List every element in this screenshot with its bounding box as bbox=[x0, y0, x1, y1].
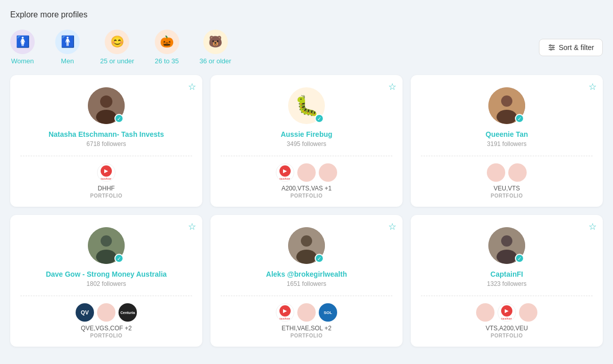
profile-followers-dave: 1802 followers bbox=[86, 280, 126, 287]
profile-followers-aussie: 3495 followers bbox=[287, 140, 326, 148]
men-label: Men bbox=[61, 57, 74, 65]
avatar-wrap-queenie: ✓ bbox=[488, 87, 525, 124]
play-circle-natasha: ▶ bbox=[101, 165, 112, 177]
profile-name-captain: CaptainFI bbox=[490, 270, 523, 278]
2635-icon: 🎃 bbox=[155, 30, 179, 54]
profile-followers-queenie: 3191 followers bbox=[487, 140, 526, 148]
36older-icon: 🐻 bbox=[203, 30, 228, 54]
tashor-text-captain: tashor bbox=[501, 317, 512, 320]
tashor-icon-aussie: ▶ tashor bbox=[276, 163, 294, 182]
tashor-text-aleks: tashor bbox=[279, 317, 290, 320]
svg-point-3 bbox=[550, 44, 551, 46]
tashor-text-aussie: tashor bbox=[279, 177, 290, 180]
star-button-natasha[interactable]: ☆ bbox=[188, 81, 196, 92]
filter-bar: 🚺 Women 🚹 Men 😊 25 or under 🎃 26 to 35 🐻… bbox=[10, 30, 603, 65]
svg-point-11 bbox=[497, 110, 517, 124]
tashor-icon-natasha: ▶ tashor bbox=[97, 163, 115, 182]
profile-card-captain: ☆ ✓ CaptainFI 1323 followers ▶ tashor VT… bbox=[411, 215, 603, 347]
sort-filter-label: Sort & filter bbox=[559, 43, 594, 52]
port-icon-queenie-2 bbox=[508, 163, 527, 182]
profile-card-aleks: ☆ ✓ Aleks @brokegirlwealth 1651 follower… bbox=[210, 215, 403, 347]
card-divider-natasha bbox=[20, 156, 192, 156]
filter-chip-25under[interactable]: 😊 25 or under bbox=[100, 30, 134, 65]
portfolio-icons-aussie: ▶ tashor bbox=[276, 163, 337, 182]
filter-chip-women[interactable]: 🚺 Women bbox=[10, 30, 35, 65]
page-title: Explore more profiles bbox=[10, 10, 603, 19]
portfolio-tickers-natasha: DHHF bbox=[98, 185, 114, 192]
star-button-dave[interactable]: ☆ bbox=[188, 221, 196, 232]
36older-label: 36 or older bbox=[200, 57, 231, 65]
profile-name-queenie: Queenie Tan bbox=[486, 130, 528, 138]
svg-point-17 bbox=[296, 250, 317, 264]
profile-card-queenie: ☆ ✓ Queenie Tan 3191 followers VEU,VTS P… bbox=[411, 75, 603, 207]
profile-followers-captain: 1323 followers bbox=[487, 280, 526, 287]
play-circle-aussie: ▶ bbox=[279, 165, 291, 177]
verified-badge-captain: ✓ bbox=[515, 254, 524, 263]
play-circle-captain: ▶ bbox=[501, 305, 512, 317]
profile-name-aussie: Aussie Firebug bbox=[280, 130, 332, 138]
port-icon-dave-qv: QV bbox=[76, 303, 94, 322]
filter-chip-36older[interactable]: 🐻 36 or older bbox=[200, 30, 231, 65]
card-divider-queenie bbox=[421, 156, 593, 156]
verified-badge-queenie: ✓ bbox=[515, 114, 524, 123]
verified-badge-dave: ✓ bbox=[114, 254, 124, 263]
card-divider-aleks bbox=[221, 296, 392, 296]
2635-label: 26 to 35 bbox=[155, 57, 179, 65]
port-icon-dave-centuria: Centuria bbox=[119, 303, 137, 322]
svg-point-10 bbox=[501, 95, 512, 107]
avatar-wrap-dave: ✓ bbox=[88, 227, 125, 264]
portfolio-icons-aleks: ▶ tashor SOL bbox=[276, 303, 337, 322]
port-icon-aleks-sol: SOL bbox=[319, 303, 337, 322]
svg-point-13 bbox=[101, 235, 112, 247]
25under-icon: 😊 bbox=[105, 30, 129, 54]
portfolio-tickers-aleks: ETHI,VAE,SOL +2 bbox=[281, 325, 332, 332]
star-button-queenie[interactable]: ☆ bbox=[588, 81, 597, 92]
tashor-text-natasha: tashor bbox=[101, 177, 111, 180]
profile-card-natasha: ☆ ✓ Natasha Etschmann- Tash Invests 6718… bbox=[10, 75, 202, 207]
portfolio-tickers-queenie: VEU,VTS bbox=[493, 185, 520, 192]
avatar-wrap-aussie: 🐛 ✓ bbox=[288, 87, 325, 124]
profile-name-dave: Dave Gow - Strong Money Australia bbox=[46, 270, 167, 278]
port-icon-queenie-1 bbox=[487, 163, 505, 182]
avatar-wrap-aleks: ✓ bbox=[288, 227, 325, 264]
profile-name-aleks: Aleks @brokegirlwealth bbox=[266, 270, 347, 278]
profile-name-natasha: Natasha Etschmann- Tash Invests bbox=[49, 130, 164, 138]
portfolio-label-captain: PORTFOLIO bbox=[491, 333, 523, 338]
portfolio-label-aussie: PORTFOLIO bbox=[291, 193, 323, 199]
card-divider-captain bbox=[421, 296, 593, 296]
svg-point-19 bbox=[501, 235, 512, 247]
tashor-icon-captain: ▶ tashor bbox=[498, 303, 516, 322]
portfolio-label-natasha: PORTFOLIO bbox=[90, 193, 123, 199]
svg-point-20 bbox=[497, 250, 517, 264]
tashor-icon-aleks: ▶ tashor bbox=[276, 303, 294, 322]
card-divider-dave bbox=[20, 296, 192, 296]
sliders-icon bbox=[548, 43, 556, 52]
svg-point-5 bbox=[550, 48, 552, 50]
profile-followers-aleks: 1651 followers bbox=[287, 280, 326, 287]
women-icon: 🚺 bbox=[10, 30, 35, 54]
svg-point-8 bbox=[96, 110, 116, 124]
filter-chip-2635[interactable]: 🎃 26 to 35 bbox=[155, 30, 179, 65]
verified-badge-aleks: ✓ bbox=[315, 254, 324, 263]
portfolio-label-dave: PORTFOLIO bbox=[90, 333, 123, 338]
star-button-captain[interactable]: ☆ bbox=[588, 221, 597, 232]
portfolio-icons-captain: ▶ tashor bbox=[476, 303, 537, 322]
sort-filter-button[interactable]: Sort & filter bbox=[539, 39, 603, 56]
port-icon-aussie-2 bbox=[297, 163, 316, 182]
portfolio-label-aleks: PORTFOLIO bbox=[291, 333, 323, 338]
profile-followers-natasha: 6718 followers bbox=[86, 140, 126, 148]
star-button-aleks[interactable]: ☆ bbox=[388, 221, 396, 232]
avatar-wrap-captain: ✓ bbox=[488, 227, 525, 264]
portfolio-tickers-captain: VTS,A200,VEU bbox=[486, 325, 528, 332]
svg-point-16 bbox=[301, 235, 312, 247]
portfolio-tickers-dave: QVE,VGS,COF +2 bbox=[81, 325, 132, 332]
filter-chip-men[interactable]: 🚹 Men bbox=[55, 30, 80, 65]
port-icon-aleks-2 bbox=[297, 303, 316, 322]
filter-chips: 🚺 Women 🚹 Men 😊 25 or under 🎃 26 to 35 🐻… bbox=[10, 30, 231, 65]
portfolio-icons-queenie bbox=[487, 163, 527, 182]
svg-point-7 bbox=[100, 95, 112, 108]
star-button-aussie[interactable]: ☆ bbox=[388, 81, 396, 92]
port-icon-captain-1 bbox=[476, 303, 494, 322]
men-icon: 🚹 bbox=[55, 30, 80, 54]
profile-card-dave: ☆ ✓ Dave Gow - Strong Money Australia 18… bbox=[10, 215, 202, 347]
